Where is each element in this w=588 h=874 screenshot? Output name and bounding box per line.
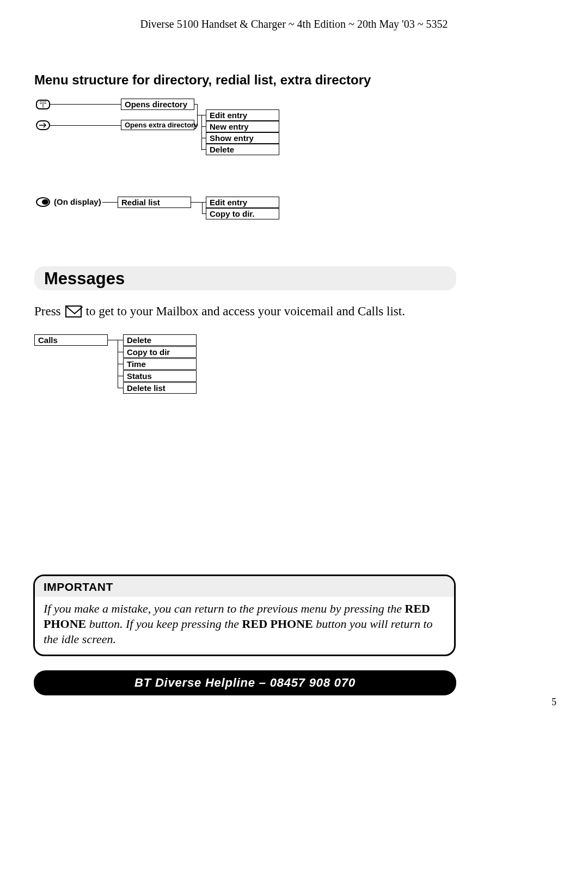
connector-line: [50, 125, 121, 126]
messages-heading: Messages: [44, 269, 446, 289]
connector-line: [118, 340, 123, 340]
connector-line: [201, 115, 202, 150]
menu-calls-copy: Copy to dir: [123, 346, 197, 358]
menu-opens-directory: Opens directory: [121, 99, 194, 110]
connector-line: [194, 126, 198, 126]
important-text: If you make a mistake, you can return to…: [44, 602, 405, 615]
important-title: IMPORTANT: [35, 576, 454, 597]
important-text: button. If you keep pressing the: [86, 617, 242, 631]
menu-redial-list: Redial list: [118, 197, 191, 208]
section-title: Menu structure for directory, redial lis…: [34, 72, 371, 88]
connector-line: [102, 202, 118, 203]
connector-line: [202, 213, 206, 214]
menu-calls: Calls: [34, 334, 108, 346]
menu-edit-entry-2: Edit entry: [206, 197, 279, 208]
connector-line: [201, 126, 206, 127]
menu-copy-to-dir: Copy to dir.: [206, 208, 279, 219]
press-instruction: Press to get to your Mailbox and access …: [34, 304, 405, 319]
connector-line: [108, 340, 118, 340]
helpline-bar: BT Diverse Helpline – 08457 908 070: [34, 670, 456, 695]
menu-show-entry: Show entry: [206, 132, 279, 144]
connector-line: [202, 202, 203, 214]
important-bold: RED PHONE: [242, 617, 313, 631]
connector-line: [118, 376, 123, 376]
menu-edit-entry: Edit entry: [206, 109, 279, 121]
connector-line: [201, 115, 206, 115]
connector-line: [194, 104, 198, 105]
menu-calls-status: Status: [123, 370, 197, 382]
press-text-before: Press: [34, 304, 61, 319]
connector-line: [118, 352, 123, 352]
connector-line: [118, 364, 123, 364]
document-header: Diverse 5100 Handset & Charger ~ 4th Edi…: [0, 18, 588, 30]
connector-line: [201, 138, 206, 138]
menu-opens-extra-directory: Opens extra directory: [121, 120, 194, 130]
menu-delete: Delete: [206, 144, 279, 155]
connector-line: [118, 388, 123, 388]
directory-icon: [36, 100, 50, 109]
connector-line: [50, 104, 121, 105]
connector-line: [201, 149, 206, 150]
extra-directory-icon: [36, 120, 50, 130]
connector-line: [202, 202, 206, 203]
menu-calls-delete-list: Delete list: [123, 382, 197, 394]
menu-new-entry: New entry: [206, 121, 279, 132]
important-box: IMPORTANT If you make a mistake, you can…: [33, 574, 456, 656]
display-icon: [36, 197, 50, 207]
page-number: 5: [552, 696, 556, 708]
connector-line: [191, 202, 202, 203]
on-display-label: (On display): [54, 197, 101, 206]
svg-point-3: [42, 199, 48, 205]
press-text-after: to get to your Mailbox and access your v…: [86, 304, 405, 319]
messages-heading-bar: Messages: [34, 266, 456, 290]
envelope-icon: [65, 305, 82, 317]
menu-calls-time: Time: [123, 358, 197, 370]
menu-calls-delete: Delete: [123, 334, 197, 346]
important-body: If you make a mistake, you can return to…: [35, 597, 454, 647]
